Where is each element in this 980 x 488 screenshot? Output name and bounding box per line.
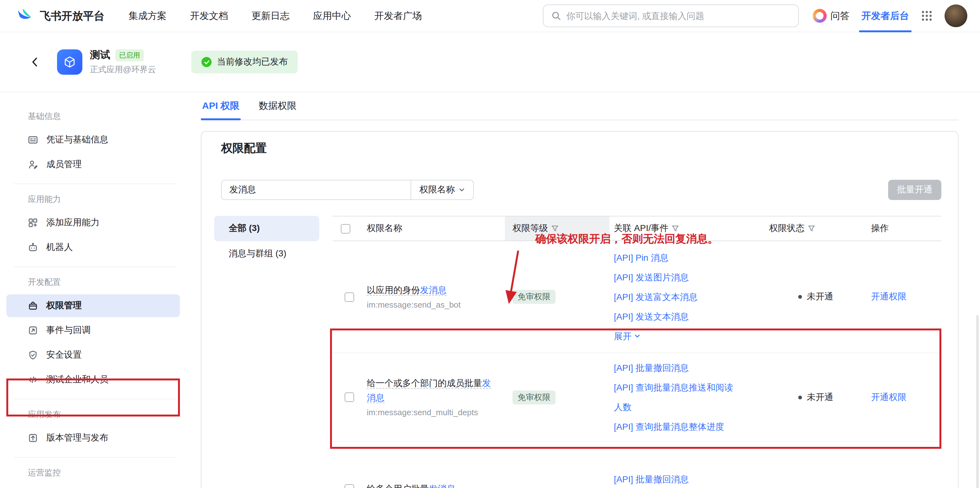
search-input[interactable]: [566, 11, 791, 21]
global-search[interactable]: [543, 5, 799, 27]
sidebar-item-permissions[interactable]: 权限管理: [6, 294, 180, 317]
filter-message-group[interactable]: 消息与群组 (3): [214, 241, 319, 266]
event-callback-icon: [28, 325, 38, 336]
api-link[interactable]: [API] 发送文本消息: [614, 307, 736, 326]
permission-scope: im:message:send_as_bot: [367, 299, 498, 311]
tab-data-permission[interactable]: 数据权限: [257, 92, 298, 120]
chevron-down-icon: [459, 187, 465, 193]
sidebar-divider: [14, 184, 176, 184]
app-name: 测试: [90, 49, 110, 62]
nav-item-dev-plaza[interactable]: 开发者广场: [374, 10, 422, 22]
enabled-badge: 已启用: [115, 49, 144, 62]
level-badge: 免审权限: [512, 390, 555, 404]
idcard-icon: [28, 135, 38, 145]
sidebar-divider: [14, 266, 176, 267]
api-link[interactable]: [API] 发送富文本消息: [614, 287, 736, 307]
filter-funnel-icon[interactable]: [551, 225, 559, 232]
page-title: 权限配置: [221, 140, 941, 156]
user-avatar[interactable]: [945, 5, 967, 27]
status-text: 未开通: [807, 291, 834, 303]
nav-item-changelog[interactable]: 更新日志: [251, 10, 290, 22]
api-link[interactable]: [API] 批量撤回消息: [614, 469, 736, 488]
qa-icon: [813, 9, 827, 23]
app-grid-icon[interactable]: [921, 10, 932, 22]
top-navbar: 飞书开放平台 集成方案 开发文档 更新日志 应用中心 开发者广场 问答 开发者后…: [0, 0, 980, 32]
sidebar-section-monitor: 运营监控: [0, 467, 190, 478]
open-permission-link[interactable]: 开通权限: [871, 391, 941, 403]
sidebar-item-version-release[interactable]: 版本管理与发布: [6, 426, 180, 449]
sidebar-item-test-org[interactable]: 测试企业和人员: [6, 368, 180, 391]
permission-name[interactable]: 以应用的身份发消息: [367, 283, 498, 298]
robot-icon: [28, 242, 38, 252]
open-permission-link[interactable]: 开通权限: [871, 291, 941, 303]
briefcase-icon: [28, 301, 38, 311]
status-dot: [798, 295, 802, 299]
status-dot: [798, 395, 802, 399]
sidebar-item-security[interactable]: 安全设置: [6, 344, 180, 366]
check-circle-icon: [202, 57, 212, 67]
expand-apis-link[interactable]: 展开: [614, 326, 736, 346]
table-row-send-multi-depts: 给一个或多个部门的成员批量发消息 im:message:send_multi_d…: [332, 353, 941, 442]
navbar-right: 问答 开发者后台: [813, 0, 967, 32]
api-link[interactable]: [API] Pin 消息: [614, 248, 736, 268]
sidebar-section-basic: 基础信息: [0, 111, 190, 122]
permission-search: 权限名称: [221, 180, 474, 200]
feishu-logo-icon: [16, 8, 34, 24]
col-header-api: 关联 API/事件: [614, 223, 669, 234]
grid-plus-icon: [28, 218, 38, 228]
permission-name[interactable]: 给多个用户批量发消息: [367, 482, 498, 488]
col-header-name: 权限名称: [367, 223, 402, 234]
filter-funnel-icon[interactable]: [808, 225, 815, 232]
col-header-level: 权限等级: [512, 223, 548, 234]
table-row-send-as-bot: 以应用的身份发消息 im:message:send_as_bot 免审权限 [A…: [332, 241, 941, 353]
sidebar-item-members[interactable]: 成员管理: [6, 153, 180, 176]
api-link[interactable]: [API] 批量撤回消息: [614, 358, 736, 377]
sidebar-item-add-capability[interactable]: 添加应用能力: [6, 211, 180, 234]
sidebar-section-capability: 应用能力: [0, 194, 190, 205]
select-all-checkbox[interactable]: [341, 224, 350, 233]
api-link[interactable]: [API] 查询批量消息推送和阅读人数: [614, 377, 736, 417]
chevron-down-icon: [634, 333, 640, 339]
filter-all[interactable]: 全部 (3): [214, 216, 319, 241]
nav-item-docs[interactable]: 开发文档: [190, 10, 228, 22]
app-subtitle: 正式应用@环界云: [90, 64, 156, 75]
permission-name[interactable]: 给一个或多个部门的成员批量发消息: [367, 376, 498, 405]
permission-table: 权限名称 权限等级 关联 API/事件 权限状态: [332, 216, 941, 488]
api-link[interactable]: [API] 发送图片消息: [614, 268, 736, 287]
brand[interactable]: 飞书开放平台: [16, 8, 105, 24]
sidebar-item-events[interactable]: 事件与回调: [6, 319, 180, 342]
tab-api-permission[interactable]: API 权限: [201, 92, 241, 120]
col-header-status: 权限状态: [769, 223, 805, 234]
status-text: 未开通: [807, 391, 834, 403]
col-header-action: 操作: [871, 223, 889, 234]
sidebar-item-credentials[interactable]: 凭证与基础信息: [6, 128, 180, 151]
sidebar-divider: [14, 457, 176, 458]
sidebar-item-bot[interactable]: 机器人: [6, 236, 180, 259]
permission-tabs: API 权限 数据权限: [201, 92, 958, 120]
api-link[interactable]: [API] 查询批量消息整体进度: [614, 417, 736, 436]
permission-config-card: 权限配置 权限名称 批量开通 全部 (3: [201, 131, 958, 488]
bulk-open-button[interactable]: 批量开通: [888, 180, 941, 200]
level-badge: 免审权限: [512, 290, 555, 304]
app-header-bar: 测试 已启用 正式应用@环界云 当前修改均已发布: [0, 32, 980, 92]
vertical-scrollbar[interactable]: [976, 315, 979, 488]
qa-link[interactable]: 问答: [813, 9, 850, 23]
permission-search-input[interactable]: [229, 185, 403, 195]
search-field-select[interactable]: 权限名称: [410, 181, 473, 200]
developer-console-link[interactable]: 开发者后台: [862, 0, 909, 32]
app-meta: 测试 已启用 正式应用@环界云: [90, 49, 156, 75]
main-content: API 权限 数据权限 权限配置 权限名称 批量开通: [190, 92, 980, 488]
publish-status-banner: 当前修改均已发布: [191, 51, 298, 73]
sidebar: 基础信息 凭证与基础信息 成员管理 应用能力 添加应用能力: [0, 92, 190, 488]
sidebar-section-dev-config: 开发配置: [0, 277, 190, 288]
row-checkbox[interactable]: [345, 292, 354, 302]
row-checkbox[interactable]: [345, 393, 354, 402]
row-checkbox[interactable]: [345, 484, 354, 488]
back-icon[interactable]: [29, 56, 41, 68]
sidebar-section-release: 应用发布: [0, 409, 190, 420]
filter-funnel-icon[interactable]: [672, 225, 679, 232]
nav-item-app-center[interactable]: 应用中心: [313, 10, 351, 22]
table-header: 权限名称 权限等级 关联 API/事件 权限状态: [332, 216, 941, 241]
nav-item-integration[interactable]: 集成方案: [129, 10, 167, 22]
category-filter: 全部 (3) 消息与群组 (3): [214, 216, 319, 266]
